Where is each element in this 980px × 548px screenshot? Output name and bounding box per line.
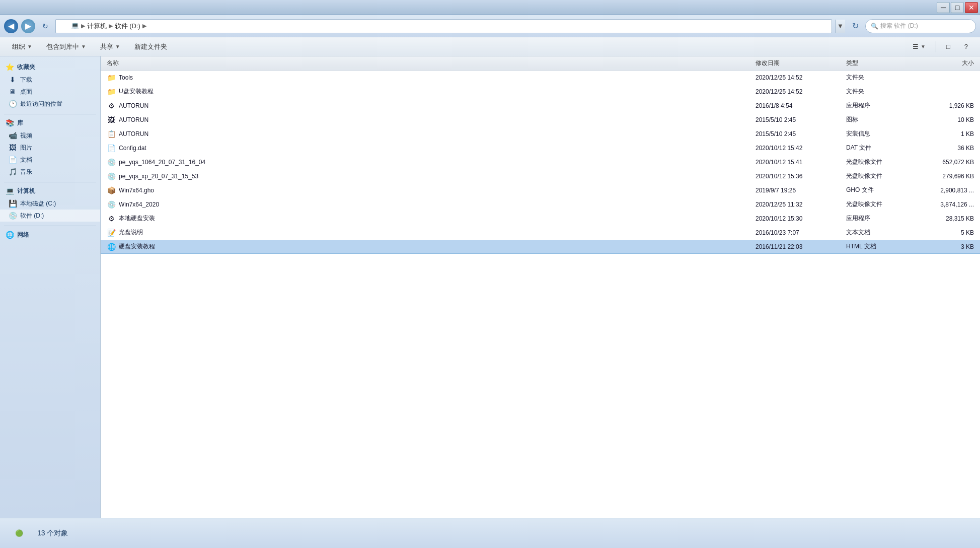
file-date: 2015/5/10 2:45 xyxy=(751,116,842,123)
file-size: 10 KB xyxy=(918,116,978,123)
table-row[interactable]: 💿 pe_yqs_1064_20_07_31_16_04 2020/10/12 … xyxy=(101,155,980,169)
breadcrumb-sep3: ▶ xyxy=(142,23,146,29)
share-button[interactable]: 共享 ▼ xyxy=(94,40,126,54)
table-row[interactable]: 📁 U盘安装教程 2020/12/25 14:52 文件夹 xyxy=(101,85,980,99)
statusbar: 🟢 13 个对象 xyxy=(0,518,980,548)
table-row[interactable]: 💿 pe_yqs_xp_20_07_31_15_53 2020/10/12 15… xyxy=(101,169,980,183)
status-text: 13 个对象 xyxy=(37,529,68,538)
status-icon: 🟢 xyxy=(8,522,30,544)
back-button[interactable]: ◀ xyxy=(4,19,18,33)
table-row[interactable]: 📄 Config.dat 2020/10/12 15:42 DAT 文件 36 … xyxy=(101,141,980,155)
file-date: 2020/10/12 15:41 xyxy=(751,159,842,166)
table-row[interactable]: 📋 AUTORUN 2015/5/10 2:45 安装信息 1 KB xyxy=(101,127,980,141)
sidebar-item-videos[interactable]: 📹 视频 xyxy=(0,129,100,142)
network-icon: 🌐 xyxy=(5,230,14,239)
file-icon: 📁 xyxy=(107,87,116,96)
file-icon: 💿 xyxy=(107,158,116,167)
file-size: 5 KB xyxy=(918,229,978,236)
file-icon: 📋 xyxy=(107,129,116,139)
include-library-label: 包含到库中 xyxy=(46,42,79,51)
breadcrumb-computer-label[interactable]: 计算机 xyxy=(87,22,107,31)
sidebar-item-music-label: 音乐 xyxy=(20,168,32,176)
breadcrumb-sep1: ▶ xyxy=(81,23,85,29)
favorites-icon: ⭐ xyxy=(5,62,14,72)
file-icon: ⚙ xyxy=(107,214,116,223)
file-name: AUTORUN xyxy=(119,130,148,138)
file-name: 本地硬盘安装 xyxy=(119,214,155,223)
maximize-button[interactable]: □ xyxy=(951,2,964,13)
search-bar[interactable]: 🔍 搜索 软件 (D:) xyxy=(865,19,976,33)
sidebar-computer-header: 💻 计算机 xyxy=(0,184,100,197)
breadcrumb-bar[interactable]: 💻 ▶ 计算机 ▶ 软件 (D:) ▶ xyxy=(55,19,832,33)
sidebar-item-recent-label: 最近访问的位置 xyxy=(20,100,62,108)
sidebar-computer-label: 计算机 xyxy=(17,187,35,195)
file-date: 2020/10/12 15:30 xyxy=(751,215,842,222)
view-button[interactable]: ☰ ▼ xyxy=(907,40,932,54)
table-row[interactable]: ⚙ 本地硬盘安装 2020/10/12 15:30 应用程序 28,315 KB xyxy=(101,212,980,226)
file-name: pe_yqs_xp_20_07_31_15_53 xyxy=(119,173,198,180)
breadcrumb-computer[interactable]: 💻 xyxy=(60,22,79,30)
sidebar-item-recent[interactable]: 🕐 最近访问的位置 xyxy=(0,98,100,110)
file-type: 文本文档 xyxy=(842,228,918,237)
sidebar-item-drive-c[interactable]: 💾 本地磁盘 (C:) xyxy=(0,197,100,210)
sidebar-item-download[interactable]: ⬇ 下载 xyxy=(0,74,100,86)
file-date: 2020/12/25 14:52 xyxy=(751,88,842,95)
sidebar-network-label: 网络 xyxy=(17,231,29,239)
breadcrumb-drive-label[interactable]: 软件 (D:) xyxy=(115,22,140,31)
organize-button[interactable]: 组织 ▼ xyxy=(6,40,38,54)
file-date: 2016/11/21 22:03 xyxy=(751,243,842,250)
sidebar-item-music[interactable]: 🎵 音乐 xyxy=(0,166,100,178)
col-header-type[interactable]: 类型 xyxy=(842,59,918,67)
sidebar-item-images[interactable]: 🖼 图片 xyxy=(0,142,100,154)
table-row[interactable]: 📦 Win7x64.gho 2019/9/7 19:25 GHO 文件 2,90… xyxy=(101,183,980,197)
include-library-button[interactable]: 包含到库中 ▼ xyxy=(40,40,92,54)
table-row[interactable]: 📁 Tools 2020/12/25 14:52 文件夹 xyxy=(101,71,980,85)
file-size: 3,874,126 ... xyxy=(918,201,978,208)
preview-button[interactable]: □ xyxy=(940,40,956,54)
sidebar-item-desktop[interactable]: 🖥 桌面 xyxy=(0,86,100,98)
col-header-date[interactable]: 修改日期 xyxy=(751,59,842,67)
new-folder-button[interactable]: 新建文件夹 xyxy=(128,40,173,54)
address-refresh-button[interactable]: ↻ xyxy=(38,19,52,33)
table-row[interactable]: 💿 Win7x64_2020 2020/12/25 11:32 光盘映像文件 3… xyxy=(101,197,980,212)
col-header-name[interactable]: 名称 xyxy=(103,59,751,67)
table-row[interactable]: 🖼 AUTORUN 2015/5/10 2:45 图标 10 KB xyxy=(101,113,980,127)
col-header-size[interactable]: 大小 xyxy=(918,59,978,67)
computer-icon: 💻 xyxy=(5,186,14,195)
help-icon: ? xyxy=(964,43,968,50)
minimize-button[interactable]: ─ xyxy=(937,2,950,13)
sidebar-item-docs-label: 文档 xyxy=(20,156,32,164)
file-icon: 📝 xyxy=(107,228,116,237)
file-date: 2020/12/25 14:52 xyxy=(751,74,842,81)
table-row[interactable]: 🌐 硬盘安装教程 2016/11/21 22:03 HTML 文档 3 KB xyxy=(101,240,980,254)
sidebar-divider-1 xyxy=(4,114,96,114)
drive-d-icon: 💿 xyxy=(8,211,17,220)
table-row[interactable]: ⚙ AUTORUN 2016/1/8 4:54 应用程序 1,926 KB xyxy=(101,99,980,113)
file-size: 28,315 KB xyxy=(918,215,978,222)
view-dropdown-icon: ▼ xyxy=(921,44,926,49)
file-date: 2020/10/12 15:42 xyxy=(751,145,842,152)
file-list: 📁 Tools 2020/12/25 14:52 文件夹 📁 U盘安装教程 20… xyxy=(101,71,980,518)
search-icon: 🔍 xyxy=(871,23,878,30)
page-refresh-button[interactable]: ↻ xyxy=(848,19,862,33)
file-icon: 📄 xyxy=(107,144,116,153)
file-icon: 💿 xyxy=(107,200,116,209)
file-size: 36 KB xyxy=(918,145,978,152)
file-type: 安装信息 xyxy=(842,129,918,138)
close-button[interactable]: ✕ xyxy=(965,2,978,13)
titlebar: ─ □ ✕ xyxy=(0,0,980,15)
help-button[interactable]: ? xyxy=(958,40,974,54)
file-size: 1 KB xyxy=(918,130,978,138)
forward-button[interactable]: ▶ xyxy=(21,19,35,33)
recent-icon: 🕐 xyxy=(8,99,17,108)
table-row[interactable]: 📝 光盘说明 2016/10/23 7:07 文本文档 5 KB xyxy=(101,226,980,240)
sidebar-item-desktop-label: 桌面 xyxy=(20,88,32,96)
sidebar-item-docs[interactable]: 📄 文档 xyxy=(0,154,100,166)
sidebar-item-drive-d-label: 软件 (D:) xyxy=(20,212,44,220)
breadcrumb-dropdown-button[interactable]: ▼ xyxy=(835,20,845,33)
file-size: 3 KB xyxy=(918,243,978,250)
toolbar: 组织 ▼ 包含到库中 ▼ 共享 ▼ 新建文件夹 ☰ ▼ □ ? xyxy=(0,37,980,56)
file-type: 应用程序 xyxy=(842,214,918,223)
sidebar-item-drive-d[interactable]: 💿 软件 (D:) xyxy=(0,210,100,222)
file-type: GHO 文件 xyxy=(842,186,918,194)
